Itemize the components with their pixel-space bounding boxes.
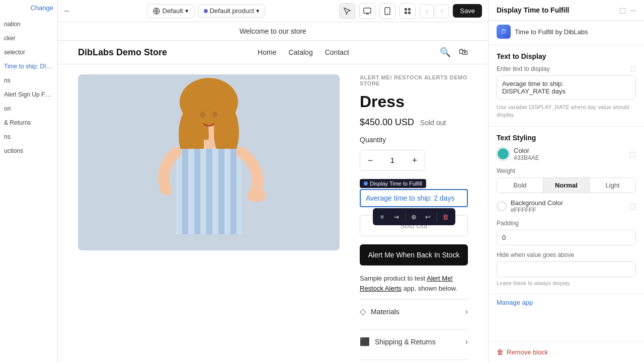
alert-me-button[interactable]: Alert Me When Back In Stock xyxy=(360,244,468,265)
text-display-input[interactable]: Average time to ship: DISPLAY_RATE days xyxy=(497,75,636,100)
bg-color-label: Background Color xyxy=(511,199,563,207)
sidebar-item-ns[interactable]: ns xyxy=(0,74,57,87)
hide-input[interactable] xyxy=(497,261,636,277)
tablet-icon-btn[interactable] xyxy=(379,3,395,19)
more-icon-btn[interactable] xyxy=(399,3,416,19)
change-button[interactable]: Change xyxy=(0,0,57,16)
weight-light-btn[interactable]: Light xyxy=(590,178,635,193)
search-icon[interactable]: 🔍 xyxy=(440,47,451,58)
product-price-row: $450.00 USD Sold out xyxy=(360,117,468,128)
hide-section: Hide when value goes above Leave blank t… xyxy=(497,251,636,287)
bg-color-checkbox[interactable] xyxy=(497,201,507,211)
svg-rect-18 xyxy=(188,149,194,234)
display-time-container[interactable]: Display Time to Fulfill Average time to … xyxy=(360,179,468,207)
quantity-control: − 1 + xyxy=(360,150,425,171)
dress-image-svg xyxy=(78,74,340,250)
accordion-shipping[interactable]: ⬛ Shipping & Returns › xyxy=(360,329,468,353)
product-chevron: ▾ xyxy=(256,7,260,15)
sidebar-item-nation[interactable]: nation xyxy=(0,18,57,31)
qty-minus-btn[interactable]: − xyxy=(360,150,380,170)
display-time-tooltip: Display Time to Fulfill xyxy=(360,179,426,188)
weight-normal-btn[interactable]: Normal xyxy=(543,178,590,193)
product-brand: ALERT ME! RESTOCK ALERTS DEMO STORE xyxy=(360,74,468,86)
sidebar-item-alert-sign-up[interactable]: Alert Sign Up Form xyxy=(0,88,57,101)
menu-dots[interactable]: ··· xyxy=(64,6,68,16)
sidebar-item-time-to-ship[interactable]: Time to ship: DISPL... xyxy=(0,60,57,73)
nav-fwd-btn[interactable]: › xyxy=(435,4,449,18)
remove-block-button[interactable]: 🗑 Remove block xyxy=(489,341,644,362)
globe-icon xyxy=(152,7,160,15)
product-sold-out-badge: Sold out xyxy=(420,119,446,127)
svg-rect-17 xyxy=(176,149,182,234)
accordion-materials[interactable]: ◇ Materials › xyxy=(360,299,468,323)
banner-text: Welcome to our store xyxy=(239,27,306,35)
panel-copy-icon[interactable]: ⬚ xyxy=(619,6,626,14)
accordion-shipping-left: ⬛ Shipping & Returns xyxy=(360,337,436,346)
save-button[interactable]: Save xyxy=(453,4,482,18)
nav-link-home[interactable]: Home xyxy=(258,48,276,56)
svg-point-13 xyxy=(200,112,205,118)
qty-plus-btn[interactable]: + xyxy=(405,150,425,170)
customize-icon-btn[interactable] xyxy=(339,3,355,19)
right-panel: Display Time to Fulfill ⬚ ··· ⏱ Time to … xyxy=(488,0,644,362)
nav-link-catalog[interactable]: Catalog xyxy=(288,48,312,56)
toolbar-delete[interactable]: 🗑 xyxy=(439,210,452,223)
toolbar-align-center[interactable]: ⇥ xyxy=(390,210,403,223)
sidebar-item-on[interactable]: on xyxy=(0,102,57,115)
svg-point-14 xyxy=(212,112,217,118)
sidebar-item-cker[interactable]: cker xyxy=(0,32,57,45)
toolbar-align-left[interactable]: ≡ xyxy=(376,210,389,223)
nav-back-btn[interactable]: ‹ xyxy=(420,4,434,18)
svg-rect-4 xyxy=(405,8,407,11)
toolbar-undo[interactable]: ↩ xyxy=(422,210,435,223)
toolbar-separator2 xyxy=(437,212,437,221)
bg-color-info: Background Color #FFFFFF xyxy=(511,199,563,214)
padding-input[interactable]: 0 xyxy=(497,230,636,245)
sidebar-item-uctions[interactable]: uctions xyxy=(0,144,57,157)
tablet-icon xyxy=(383,7,391,15)
materials-label: Materials xyxy=(371,308,399,316)
sidebar-item-and-returns[interactable]: & Returns xyxy=(0,116,57,129)
shipping-icon: ⬛ xyxy=(360,337,370,346)
color-info: Color #33B4AE xyxy=(514,147,539,161)
panel-more-icon[interactable]: ··· xyxy=(630,6,636,14)
theme-label: Default xyxy=(163,7,183,15)
toolbar-add[interactable]: ⊕ xyxy=(408,210,421,223)
product-image xyxy=(78,74,340,250)
product-label: Default product xyxy=(210,7,254,15)
display-time-text-box[interactable]: Average time to ship: 2 days ≡ ⇥ ⊕ ↩ 🗑 xyxy=(360,189,468,207)
product-dropdown[interactable]: Default product ▾ xyxy=(198,4,265,18)
color-settings-icon[interactable]: ⬚ xyxy=(629,150,636,158)
svg-rect-20 xyxy=(212,149,218,234)
svg-rect-5 xyxy=(408,8,411,11)
store-logo: DibLabs Demo Store xyxy=(78,47,167,58)
accordion-dimensions[interactable]: ✏ Dimensions › xyxy=(360,359,468,362)
product-price: $450.00 USD xyxy=(360,117,414,128)
preview-area: Welcome to our store DibLabs Demo Store … xyxy=(58,22,488,362)
materials-chevron: › xyxy=(465,307,468,316)
weight-label: Weight xyxy=(497,167,636,174)
weight-bold-btn[interactable]: Bold xyxy=(497,178,543,193)
store-banner: Welcome to our store xyxy=(58,22,488,41)
text-display-icon[interactable]: ⬚ xyxy=(630,65,636,72)
sidebar-item-selector[interactable]: selector xyxy=(0,46,57,59)
bg-color-settings-icon[interactable]: ⬚ xyxy=(629,202,636,210)
text-to-display-section: Text to Display Enter text to display ⬚ … xyxy=(489,45,644,127)
weight-toggle: Bold Normal Light xyxy=(497,177,636,193)
product-dot-icon xyxy=(204,9,208,13)
text-display-title: Text to Display xyxy=(497,52,636,60)
desktop-icon-btn[interactable] xyxy=(359,3,375,19)
bg-color-value: #FFFFFF xyxy=(511,207,563,214)
bg-color-swatch-row xyxy=(497,201,507,211)
manage-app-link[interactable]: Manage app xyxy=(489,295,644,310)
color-swatch[interactable] xyxy=(497,147,510,160)
bg-color-row: Background Color #FFFFFF ⬚ xyxy=(497,199,636,214)
text-display-hint: Use variable DISPLAY_RATE where day valu… xyxy=(497,104,636,119)
sidebar-item-ns2[interactable]: ns xyxy=(0,130,57,143)
theme-chevron: ▾ xyxy=(185,7,189,15)
theme-dropdown[interactable]: Default ▾ xyxy=(147,4,194,18)
svg-rect-7 xyxy=(408,12,411,14)
cart-icon[interactable]: 🛍 xyxy=(459,47,468,58)
nav-link-contact[interactable]: Contact xyxy=(325,48,349,56)
product-details: ALERT ME! RESTOCK ALERTS DEMO STORE Dres… xyxy=(360,74,468,362)
